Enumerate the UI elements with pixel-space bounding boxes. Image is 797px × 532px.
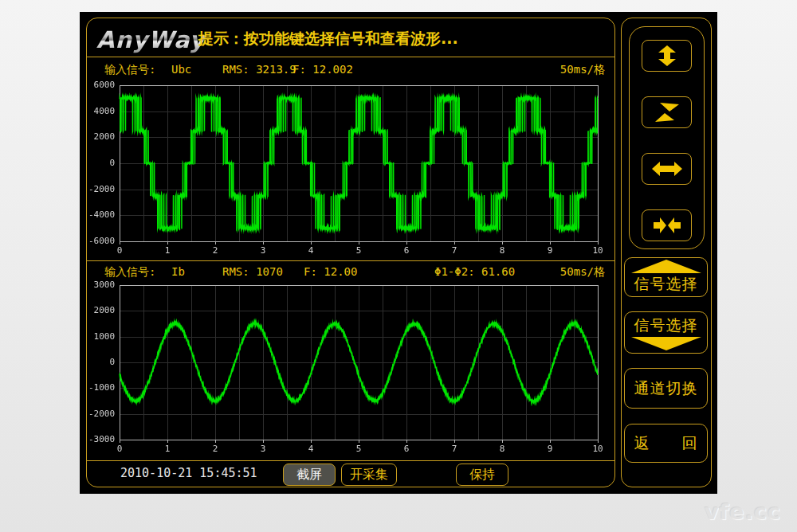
channel-switch-label: 通道切换 — [634, 378, 698, 399]
triangle-down-icon — [631, 337, 701, 350]
statusbar-divider — [87, 460, 614, 461]
timebase-value: 50ms/格 — [560, 63, 605, 77]
compress-vertical-icon — [651, 101, 683, 123]
start-acquisition-button[interactable]: 开采集 — [341, 464, 397, 486]
rms-value: RMS: 1070 — [222, 265, 283, 278]
signal-name: Ubc — [171, 63, 191, 76]
expand-horizontal-icon — [651, 158, 683, 180]
rms-value: RMS: 3213.9 — [222, 63, 296, 76]
freq-value: F: 12.00 — [304, 265, 357, 278]
vertical-expand-button[interactable] — [642, 40, 692, 72]
waveform-chart-ubc — [88, 80, 614, 260]
signal-select-down-button[interactable]: 信号选择 — [624, 311, 708, 354]
chart-divider — [87, 260, 614, 261]
signal-select-up-button[interactable]: 信号选择 — [624, 257, 708, 297]
triangle-up-icon — [631, 260, 701, 273]
signal-label: 输入信号: — [104, 265, 155, 280]
signal-label: 输入信号: — [104, 63, 155, 77]
zoom-buttons-panel — [629, 26, 705, 249]
screenshot-button[interactable]: 截屏 — [283, 464, 336, 486]
header-divider — [87, 57, 614, 57]
horizontal-expand-button[interactable] — [642, 153, 692, 185]
return-button[interactable]: 返 回 — [624, 424, 708, 463]
compress-horizontal-icon — [651, 214, 683, 237]
signal-select-up-label: 信号选择 — [634, 274, 698, 295]
waveform-chart-ib — [88, 280, 614, 459]
channel-switch-button[interactable]: 通道切换 — [624, 368, 708, 409]
sidebar-panel: 信号选择 信号选择 通道切换 返 回 — [621, 18, 712, 487]
signal-name: Ib — [171, 265, 185, 278]
vertical-compress-button[interactable] — [642, 96, 692, 128]
expand-vertical-icon — [651, 45, 683, 67]
main-panel: AnyWay 提示：按功能键选择信号和查看波形... 输入信号: Ubc RMS… — [86, 18, 615, 487]
watermark: vfe.cc — [705, 499, 781, 524]
signal-info-row-ubc: 输入信号: Ubc RMS: 3213.9 F: 12.002 50ms/格 — [87, 63, 614, 80]
hold-button[interactable]: 保持 — [456, 464, 508, 486]
phase-diff-value: Φ1-Φ2: 61.60 — [434, 265, 515, 278]
hint-text: 提示：按功能键选择信号和查看波形... — [198, 29, 458, 49]
timestamp: 2010-10-21 15:45:51 — [120, 466, 257, 480]
page: AnyWay 提示：按功能键选择信号和查看波形... 输入信号: Ubc RMS… — [0, 0, 797, 532]
horizontal-compress-button[interactable] — [642, 209, 692, 241]
signal-select-down-label: 信号选择 — [634, 315, 698, 336]
anyway-logo: AnyWay — [96, 26, 206, 53]
analyzer-screen: AnyWay 提示：按功能键选择信号和查看波形... 输入信号: Ubc RMS… — [80, 12, 717, 494]
freq-value: F: 12.002 — [292, 63, 353, 76]
return-label: 返 回 — [634, 433, 698, 454]
timebase-value: 50ms/格 — [560, 265, 605, 280]
